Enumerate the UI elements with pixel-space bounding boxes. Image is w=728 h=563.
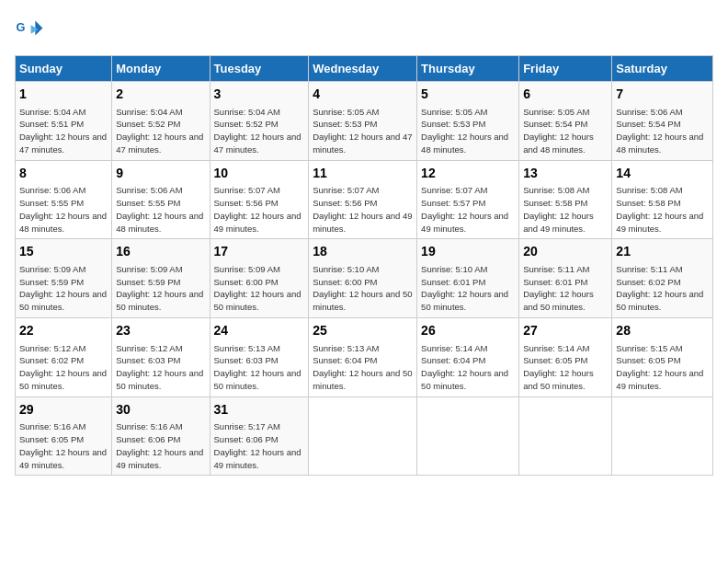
day-info: Sunrise: 5:08 AMSunset: 5:58 PMDaylight:… [616, 184, 709, 235]
calendar-cell: 6Sunrise: 5:05 AMSunset: 5:54 PMDaylight… [519, 82, 612, 161]
calendar-week-row: 8Sunrise: 5:06 AMSunset: 5:55 PMDaylight… [16, 160, 713, 239]
calendar-cell: 11Sunrise: 5:07 AMSunset: 5:56 PMDayligh… [309, 160, 417, 239]
day-info: Sunrise: 5:13 AMSunset: 6:04 PMDaylight:… [313, 342, 413, 393]
calendar-cell: 25Sunrise: 5:13 AMSunset: 6:04 PMDayligh… [309, 317, 417, 396]
calendar-cell: 7Sunrise: 5:06 AMSunset: 5:54 PMDaylight… [612, 82, 713, 161]
day-number: 31 [214, 401, 305, 419]
calendar-cell: 17Sunrise: 5:09 AMSunset: 6:00 PMDayligh… [210, 239, 309, 318]
day-number: 30 [116, 401, 205, 419]
weekday-header: Saturday [612, 56, 713, 82]
day-number: 4 [313, 86, 413, 104]
day-info: Sunrise: 5:13 AMSunset: 6:03 PMDaylight:… [214, 342, 305, 393]
calendar-table: SundayMondayTuesdayWednesdayThursdayFrid… [15, 55, 713, 476]
calendar-week-row: 29Sunrise: 5:16 AMSunset: 6:05 PMDayligh… [16, 396, 713, 476]
day-info: Sunrise: 5:09 AMSunset: 5:59 PMDaylight:… [19, 263, 108, 314]
calendar-week-row: 1Sunrise: 5:04 AMSunset: 5:51 PMDaylight… [16, 82, 713, 161]
day-number: 1 [19, 86, 108, 104]
logo: G [15, 15, 48, 44]
day-info: Sunrise: 5:12 AMSunset: 6:02 PMDaylight:… [19, 342, 108, 393]
calendar-cell: 20Sunrise: 5:11 AMSunset: 6:01 PMDayligh… [519, 239, 612, 318]
calendar-cell: 9Sunrise: 5:06 AMSunset: 5:55 PMDaylight… [112, 160, 210, 239]
calendar-cell: 19Sunrise: 5:10 AMSunset: 6:01 PMDayligh… [417, 239, 519, 318]
calendar-cell: 5Sunrise: 5:05 AMSunset: 5:53 PMDaylight… [417, 82, 519, 161]
calendar-cell: 29Sunrise: 5:16 AMSunset: 6:05 PMDayligh… [16, 396, 112, 476]
calendar-cell: 27Sunrise: 5:14 AMSunset: 6:05 PMDayligh… [519, 317, 612, 396]
day-info: Sunrise: 5:06 AMSunset: 5:55 PMDaylight:… [19, 184, 108, 235]
day-info: Sunrise: 5:17 AMSunset: 6:06 PMDaylight:… [214, 420, 305, 471]
weekday-header: Sunday [16, 56, 112, 82]
day-info: Sunrise: 5:05 AMSunset: 5:53 PMDaylight:… [421, 106, 515, 156]
day-number: 23 [116, 322, 205, 340]
weekday-header: Monday [112, 56, 210, 82]
day-info: Sunrise: 5:08 AMSunset: 5:58 PMDaylight:… [523, 184, 608, 235]
day-number: 7 [616, 86, 709, 104]
calendar-cell: 28Sunrise: 5:15 AMSunset: 6:05 PMDayligh… [612, 317, 713, 396]
calendar-cell: 31Sunrise: 5:17 AMSunset: 6:06 PMDayligh… [210, 396, 309, 476]
day-info: Sunrise: 5:05 AMSunset: 5:54 PMDaylight:… [523, 106, 608, 156]
day-info: Sunrise: 5:15 AMSunset: 6:05 PMDaylight:… [616, 342, 709, 393]
calendar-cell: 10Sunrise: 5:07 AMSunset: 5:56 PMDayligh… [210, 160, 309, 239]
day-info: Sunrise: 5:05 AMSunset: 5:53 PMDaylight:… [313, 106, 413, 156]
calendar-cell [612, 396, 713, 476]
calendar-cell: 24Sunrise: 5:13 AMSunset: 6:03 PMDayligh… [210, 317, 309, 396]
svg-text:G: G [17, 20, 26, 34]
day-number: 26 [421, 322, 515, 340]
weekday-header: Friday [519, 56, 612, 82]
day-info: Sunrise: 5:07 AMSunset: 5:56 PMDaylight:… [214, 184, 305, 235]
day-number: 28 [616, 322, 709, 340]
day-number: 29 [19, 401, 108, 419]
day-number: 9 [116, 165, 205, 183]
weekday-header: Tuesday [210, 56, 309, 82]
day-info: Sunrise: 5:04 AMSunset: 5:52 PMDaylight:… [214, 106, 305, 156]
day-number: 25 [313, 322, 413, 340]
calendar-cell: 16Sunrise: 5:09 AMSunset: 5:59 PMDayligh… [112, 239, 210, 318]
calendar-cell: 14Sunrise: 5:08 AMSunset: 5:58 PMDayligh… [612, 160, 713, 239]
day-number: 10 [214, 165, 305, 183]
day-number: 14 [616, 165, 709, 183]
day-number: 22 [19, 322, 108, 340]
calendar-cell: 4Sunrise: 5:05 AMSunset: 5:53 PMDaylight… [309, 82, 417, 161]
day-number: 18 [313, 243, 413, 261]
day-number: 5 [421, 86, 515, 104]
day-info: Sunrise: 5:10 AMSunset: 6:01 PMDaylight:… [421, 263, 515, 314]
calendar-cell: 3Sunrise: 5:04 AMSunset: 5:52 PMDaylight… [210, 82, 309, 161]
day-number: 21 [616, 243, 709, 261]
weekday-header: Wednesday [309, 56, 417, 82]
day-info: Sunrise: 5:09 AMSunset: 6:00 PMDaylight:… [214, 263, 305, 314]
day-number: 8 [19, 165, 108, 183]
day-info: Sunrise: 5:04 AMSunset: 5:51 PMDaylight:… [19, 106, 108, 156]
calendar-cell: 15Sunrise: 5:09 AMSunset: 5:59 PMDayligh… [16, 239, 112, 318]
weekday-header: Thursday [417, 56, 519, 82]
day-number: 16 [116, 243, 205, 261]
day-number: 12 [421, 165, 515, 183]
weekday-header-row: SundayMondayTuesdayWednesdayThursdayFrid… [16, 56, 713, 82]
calendar-week-row: 22Sunrise: 5:12 AMSunset: 6:02 PMDayligh… [16, 317, 713, 396]
day-info: Sunrise: 5:10 AMSunset: 6:00 PMDaylight:… [313, 263, 413, 314]
day-number: 2 [116, 86, 205, 104]
day-number: 11 [313, 165, 413, 183]
calendar-cell: 8Sunrise: 5:06 AMSunset: 5:55 PMDaylight… [16, 160, 112, 239]
calendar-cell: 2Sunrise: 5:04 AMSunset: 5:52 PMDaylight… [112, 82, 210, 161]
calendar-cell: 13Sunrise: 5:08 AMSunset: 5:58 PMDayligh… [519, 160, 612, 239]
calendar-cell: 1Sunrise: 5:04 AMSunset: 5:51 PMDaylight… [16, 82, 112, 161]
day-info: Sunrise: 5:06 AMSunset: 5:55 PMDaylight:… [116, 184, 205, 235]
day-number: 19 [421, 243, 515, 261]
day-number: 3 [214, 86, 305, 104]
day-number: 20 [523, 243, 608, 261]
calendar-cell: 21Sunrise: 5:11 AMSunset: 6:02 PMDayligh… [612, 239, 713, 318]
svg-marker-1 [35, 20, 42, 35]
day-info: Sunrise: 5:07 AMSunset: 5:56 PMDaylight:… [313, 184, 413, 235]
day-number: 13 [523, 165, 608, 183]
calendar-cell: 26Sunrise: 5:14 AMSunset: 6:04 PMDayligh… [417, 317, 519, 396]
day-number: 15 [19, 243, 108, 261]
day-info: Sunrise: 5:12 AMSunset: 6:03 PMDaylight:… [116, 342, 205, 393]
day-info: Sunrise: 5:14 AMSunset: 6:04 PMDaylight:… [421, 342, 515, 393]
day-info: Sunrise: 5:09 AMSunset: 5:59 PMDaylight:… [116, 263, 205, 314]
day-info: Sunrise: 5:11 AMSunset: 6:02 PMDaylight:… [616, 263, 709, 314]
day-number: 17 [214, 243, 305, 261]
calendar-cell: 30Sunrise: 5:16 AMSunset: 6:06 PMDayligh… [112, 396, 210, 476]
day-number: 27 [523, 322, 608, 340]
calendar-cell [519, 396, 612, 476]
header: G [15, 15, 713, 44]
calendar-cell [309, 396, 417, 476]
